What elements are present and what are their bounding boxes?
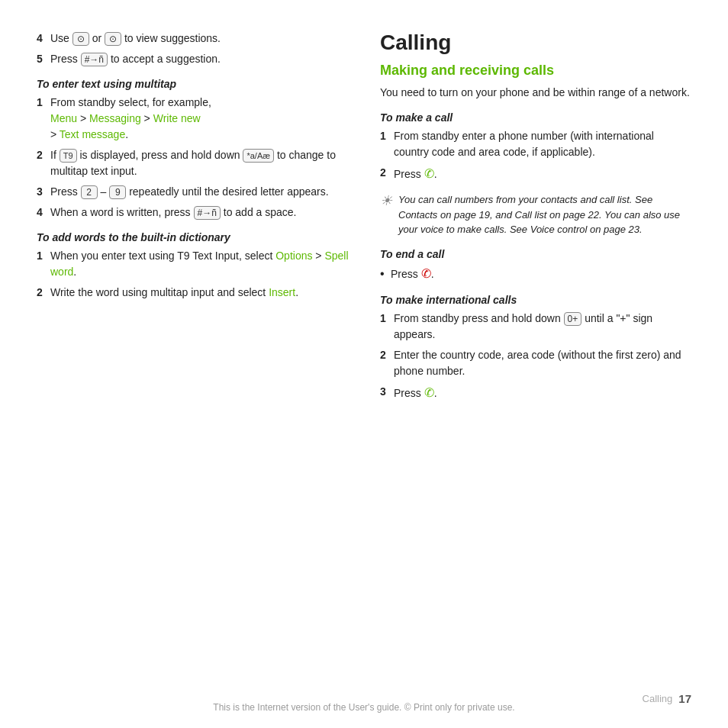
item-number: 3	[37, 184, 50, 200]
list-item: 2 Enter the country code, area code (wit…	[380, 347, 691, 379]
end-call-title: To end a call	[380, 248, 691, 260]
international-list: 1 From standby press and hold down 0+ un…	[380, 311, 691, 402]
item-content: Press 2 – 9 repeatedly until the desired…	[50, 184, 350, 200]
item-number: 1	[37, 95, 50, 111]
top-list: 4 Use ⊙ or ⊙ to view suggestions. 5 Pres…	[37, 31, 350, 67]
list-item: 1 From standby enter a phone number (wit…	[380, 128, 691, 160]
item-number: 1	[37, 248, 50, 264]
footer-disclaimer: This is the Internet version of the User…	[213, 702, 514, 713]
item-content: Use ⊙ or ⊙ to view suggestions.	[50, 31, 350, 47]
menu-link: Menu	[50, 112, 77, 124]
call-green-icon: ✆	[424, 167, 434, 180]
list-item: 4 When a word is written, press #→ñ to a…	[37, 205, 350, 221]
tip-box: ☀ You can call numbers from your contact…	[380, 192, 691, 237]
description-text: You need to turn on your phone and be wi…	[380, 85, 691, 101]
list-item: 2 If T9 is displayed, press and hold dow…	[37, 147, 350, 179]
item-number: 2	[37, 147, 50, 163]
item-content: When you enter text using T9 Text Input,…	[50, 248, 350, 280]
list-item: 3 Press ✆.	[380, 384, 691, 402]
zero-plus-key: 0+	[564, 312, 582, 326]
tip-bulb-icon: ☀	[380, 191, 392, 211]
item-number: 4	[37, 205, 50, 221]
item-content: Press #→ñ to accept a suggestion.	[50, 51, 350, 67]
t9-key: T9	[60, 149, 77, 163]
make-call-list: 1 From standby enter a phone number (wit…	[380, 128, 691, 183]
multitap-list: 1 From standby select, for example, Menu…	[37, 95, 350, 221]
item-content: From standby enter a phone number (with …	[394, 128, 691, 160]
item-number: 1	[380, 311, 394, 327]
end-call-red-icon: ✆	[421, 267, 431, 280]
making-receiving-heading: Making and receiving calls	[380, 63, 691, 79]
item-content: From standby select, for example, Menu >…	[50, 95, 350, 143]
item-number: 1	[380, 128, 394, 144]
key-2: 2	[81, 185, 98, 199]
footer: This is the Internet version of the User…	[0, 700, 728, 713]
list-item: 4 Use ⊙ or ⊙ to view suggestions.	[37, 31, 350, 47]
bullet-dot: •	[380, 265, 391, 283]
write-new-link: Write new	[153, 112, 201, 124]
key-9: 9	[109, 185, 126, 199]
item-number: 2	[380, 165, 394, 181]
item-number: 5	[37, 51, 50, 67]
make-call-title: To make a call	[380, 111, 691, 124]
item-content: From standby press and hold down 0+ unti…	[394, 311, 691, 343]
item-number: 2	[37, 285, 50, 301]
call-green-icon-2: ✆	[424, 386, 434, 399]
multitap-key: *a/Aæ	[243, 149, 274, 163]
list-item: 1 From standby select, for example, Menu…	[37, 95, 350, 143]
hash-key-2: #→ñ	[194, 206, 221, 220]
item-content: Write the word using multitap input and …	[50, 285, 350, 301]
item-content: Enter the country code, area code (witho…	[394, 347, 691, 379]
international-title: To make international calls	[380, 294, 691, 306]
options-link: Options	[275, 250, 312, 262]
list-item: 1 From standby press and hold down 0+ un…	[380, 311, 691, 343]
messaging-link: Messaging	[89, 112, 141, 124]
key-up-icon: ⊙	[72, 32, 89, 46]
right-column: Calling Making and receiving calls You n…	[372, 31, 691, 705]
tip-text: You can call numbers from your contacts …	[398, 192, 691, 237]
hash-key: #→ñ	[81, 53, 108, 66]
item-number: 2	[380, 347, 394, 363]
item-content: Press ✆.	[394, 384, 691, 402]
list-item: • Press ✆.	[380, 265, 691, 283]
left-column: 4 Use ⊙ or ⊙ to view suggestions. 5 Pres…	[37, 31, 372, 705]
insert-link: Insert	[269, 286, 295, 298]
calling-title: Calling	[380, 31, 691, 55]
list-item: 2 Write the word using multitap input an…	[37, 285, 350, 301]
multitap-title: To enter text using multitap	[37, 78, 350, 90]
list-item: 5 Press #→ñ to accept a suggestion.	[37, 51, 350, 67]
list-item: 3 Press 2 – 9 repeatedly until the desir…	[37, 184, 350, 200]
item-number: 3	[380, 384, 394, 400]
dictionary-title: To add words to the built-in dictionary	[37, 231, 350, 243]
item-content: If T9 is displayed, press and hold down …	[50, 147, 350, 179]
item-content: When a word is written, press #→ñ to add…	[50, 205, 350, 221]
dictionary-list: 1 When you enter text using T9 Text Inpu…	[37, 248, 350, 301]
text-message-link: Text message	[60, 128, 125, 140]
item-content: Press ✆.	[394, 165, 691, 183]
end-call-list: • Press ✆.	[380, 265, 691, 283]
item-number: 4	[37, 31, 50, 47]
list-item: 2 Press ✆.	[380, 165, 691, 183]
item-content: Press ✆.	[391, 265, 691, 283]
list-item: 1 When you enter text using T9 Text Inpu…	[37, 248, 350, 280]
key-down-icon: ⊙	[105, 32, 121, 46]
